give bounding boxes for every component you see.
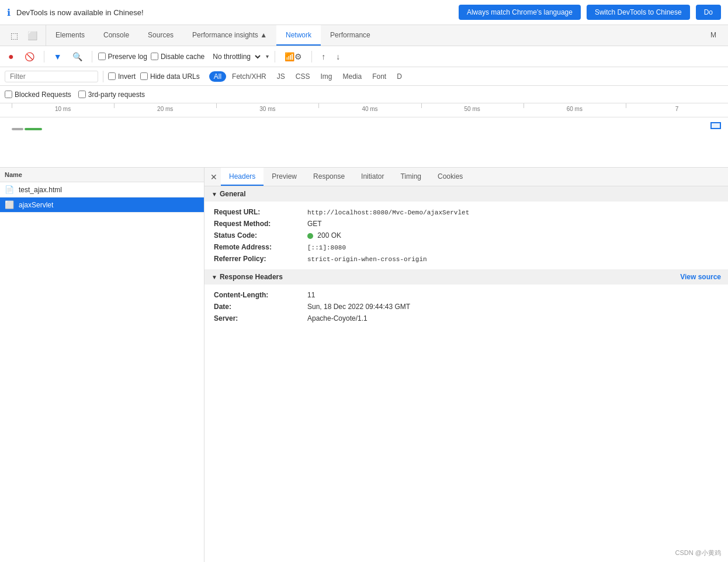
- file-square-icon: ⬜: [5, 200, 14, 209]
- tab-elements[interactable]: Elements: [46, 25, 94, 46]
- type-btn-fetch[interactable]: Fetch/XHR: [227, 71, 271, 82]
- throttle-select[interactable]: No throttling: [208, 51, 262, 63]
- timeline-scroll-indicator: [710, 122, 721, 129]
- filter-input[interactable]: [5, 71, 98, 82]
- download-button[interactable]: ↓: [332, 50, 344, 63]
- type-btn-img[interactable]: Img: [316, 71, 337, 82]
- toolbar-separator-2: [92, 51, 92, 63]
- date-row: Date: Sun, 18 Dec 2022 09:44:43 GMT: [214, 301, 719, 313]
- clear-icon: 🚫: [25, 52, 34, 61]
- invert-checkbox[interactable]: [108, 72, 116, 80]
- record-button[interactable]: ●: [5, 50, 18, 64]
- detail-tab-timing[interactable]: Timing: [392, 168, 429, 186]
- wifi-settings-button[interactable]: 📶⚙: [281, 50, 306, 63]
- timeline-mark-20: 20 ms: [114, 106, 216, 112]
- preserve-log-checkbox[interactable]: [98, 53, 106, 60]
- timeline-mark-60: 60 ms: [524, 106, 626, 112]
- blocked-bar: Blocked Requests 3rd-party requests: [0, 86, 728, 103]
- referrer-policy-row: Referrer Policy: strict-origin-when-cros…: [214, 253, 719, 265]
- remote-address-row: Remote Address: [::1]:8080: [214, 241, 719, 253]
- tab-console[interactable]: Console: [94, 25, 138, 46]
- preserve-log-label[interactable]: Preserve log: [98, 53, 147, 61]
- tab-more[interactable]: M: [701, 25, 726, 46]
- request-url-row: Request URL: http://localhost:8080/Mvc-D…: [214, 206, 719, 218]
- tab-icon-group: ⬚ ⬜: [2, 25, 46, 46]
- blocked-requests-label[interactable]: Blocked Requests: [5, 91, 71, 99]
- filter-icon: ▼: [54, 52, 62, 61]
- timeline-mark-7: 7: [626, 106, 728, 112]
- detail-tab-initiator[interactable]: Initiator: [353, 168, 392, 186]
- file-doc-icon: 📄: [5, 185, 14, 194]
- do-button[interactable]: Do: [696, 5, 721, 20]
- type-buttons: All Fetch/XHR JS CSS Img Media Font D: [209, 71, 407, 82]
- filter-separator-1: [103, 71, 103, 82]
- general-section-header[interactable]: ▼ General: [204, 186, 728, 202]
- third-party-checkbox[interactable]: [78, 91, 86, 98]
- type-btn-js[interactable]: JS: [272, 71, 290, 82]
- toolbar-separator-3: [275, 51, 275, 63]
- timeline-bar-green: [25, 128, 42, 130]
- file-item-ajax-servlet[interactable]: ⬜ ajaxServlet: [0, 197, 204, 213]
- disable-cache-checkbox[interactable]: [151, 53, 158, 60]
- view-source-link[interactable]: View source: [680, 273, 721, 281]
- detail-tab-cookies[interactable]: Cookies: [429, 168, 471, 186]
- info-bar-text: DevTools is now available in Chinese!: [16, 8, 453, 17]
- type-btn-font[interactable]: Font: [368, 71, 391, 82]
- type-btn-media[interactable]: Media: [338, 71, 366, 82]
- details-panel: ✕ Headers Preview Response Initiator Tim…: [204, 168, 728, 562]
- timeline-mark-40: 40 ms: [318, 106, 421, 112]
- cursor-icon-button[interactable]: ⬚: [7, 29, 22, 43]
- filter-icon-button[interactable]: ▼: [50, 50, 65, 63]
- upload-button[interactable]: ↑: [318, 50, 329, 63]
- detail-close-button[interactable]: ✕: [207, 171, 221, 183]
- status-code-row: Status Code: 200 OK: [214, 230, 719, 241]
- toolbar-separator-1: [44, 51, 44, 63]
- match-language-button[interactable]: Always match Chrome's language: [459, 5, 581, 20]
- tab-bar: ⬚ ⬜ Elements Console Sources Performance…: [0, 25, 728, 46]
- network-toolbar: ● 🚫 ▼ 🔍 Preserve log Disable cache No th…: [0, 46, 728, 67]
- filter-bar: Invert Hide data URLs All Fetch/XHR JS C…: [0, 67, 728, 86]
- detail-content: ▼ General Request URL: http://localhost:…: [204, 186, 728, 329]
- detail-tab-preview[interactable]: Preview: [264, 168, 305, 186]
- invert-label[interactable]: Invert: [108, 72, 136, 81]
- tab-performance[interactable]: Performance: [321, 25, 380, 46]
- general-triangle-icon: ▼: [212, 191, 217, 197]
- upload-icon: ↑: [321, 52, 325, 61]
- main-split: Name 📄 test_ajax.html ⬜ ajaxServlet ✕ He…: [0, 168, 728, 562]
- hide-data-urls-checkbox[interactable]: [140, 72, 148, 80]
- tab-sources[interactable]: Sources: [138, 25, 183, 46]
- timeline: 10 ms 20 ms 30 ms 40 ms 50 ms 60 ms 7: [0, 103, 728, 168]
- timeline-mark-50: 50 ms: [421, 106, 524, 112]
- clear-button[interactable]: 🚫: [21, 50, 38, 63]
- type-btn-d[interactable]: D: [392, 71, 407, 82]
- info-bar: ℹ DevTools is now available in Chinese! …: [0, 0, 728, 25]
- hide-data-urls-label[interactable]: Hide data URLs: [140, 72, 200, 81]
- wifi-settings-icon: 📶⚙: [285, 52, 302, 61]
- request-method-row: Request Method: GET: [214, 218, 719, 230]
- tab-network[interactable]: Network: [276, 25, 321, 46]
- search-icon: 🔍: [72, 52, 82, 61]
- third-party-label[interactable]: 3rd-party requests: [78, 91, 145, 99]
- response-headers-triangle-icon: ▼: [212, 274, 217, 280]
- blocked-requests-checkbox[interactable]: [5, 91, 12, 98]
- response-headers-body: Content-Length: 11 Date: Sun, 18 Dec 202…: [204, 285, 728, 329]
- disable-cache-label[interactable]: Disable cache: [151, 53, 204, 61]
- search-icon-button[interactable]: 🔍: [69, 50, 86, 63]
- window-icon-button[interactable]: ⬜: [24, 29, 41, 43]
- info-icon: ℹ: [7, 7, 11, 18]
- timeline-ruler: 10 ms 20 ms 30 ms 40 ms 50 ms 60 ms 7: [0, 103, 728, 117]
- file-item-test-ajax[interactable]: 📄 test_ajax.html: [0, 182, 204, 197]
- status-dot: [307, 233, 313, 239]
- timeline-bar-gray: [12, 128, 23, 130]
- response-headers-section-header[interactable]: ▼ Response Headers View source: [204, 269, 728, 285]
- detail-tab-headers[interactable]: Headers: [221, 168, 264, 186]
- type-btn-css[interactable]: CSS: [291, 71, 315, 82]
- file-list-header: Name: [0, 168, 204, 182]
- tab-performance-insights[interactable]: Performance insights ▲: [183, 25, 276, 46]
- timeline-mark-30: 30 ms: [216, 106, 318, 112]
- detail-tab-response[interactable]: Response: [305, 168, 353, 186]
- file-list: Name 📄 test_ajax.html ⬜ ajaxServlet: [0, 168, 204, 562]
- type-btn-all[interactable]: All: [209, 71, 226, 82]
- content-length-row: Content-Length: 11: [214, 289, 719, 301]
- switch-chinese-button[interactable]: Switch DevTools to Chinese: [587, 5, 690, 20]
